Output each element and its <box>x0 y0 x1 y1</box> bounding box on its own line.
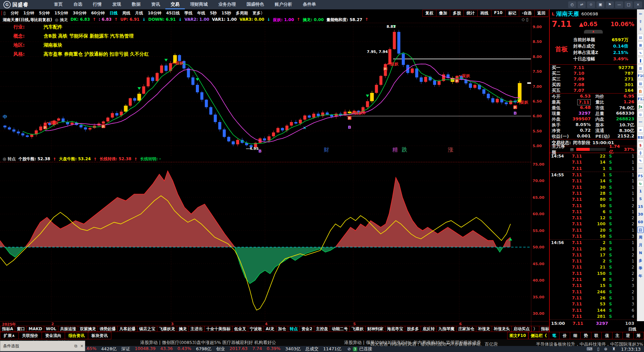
panel-tab-价[interactable]: 价 <box>559 332 570 339</box>
period-15秒[interactable]: 15秒 <box>219 10 233 16</box>
period-月线[interactable]: 月线 <box>132 10 145 16</box>
menu-item-交易[interactable]: 交易 <box>165 0 185 9</box>
back-icon[interactable]: ⇦ <box>637 11 644 17</box>
period-month[interactable]: 月 <box>637 242 644 248</box>
menu-item-条件单[interactable]: 条件单 <box>298 0 321 9</box>
indicator-tab-低金叉[interactable]: 低金叉 <box>232 326 248 332</box>
move-icon[interactable]: ╬ <box>637 150 644 156</box>
feature-icon[interactable]: ☆ <box>587 1 595 8</box>
indicator-tab-AI龙[interactable]: AI龙 <box>264 326 276 332</box>
period-1[interactable]: 1 <box>637 188 644 194</box>
indicator-tab-主进出[interactable]: 主进出 <box>189 326 205 332</box>
period-年线[interactable]: 年线 <box>195 10 208 16</box>
panel-tab-笔[interactable]: 笔 <box>549 332 559 339</box>
keyboard-icon[interactable]: ⌨ <box>587 347 592 351</box>
period-quarter[interactable]: 季 <box>637 265 644 272</box>
menu-item-账户分析[interactable]: 账户分析 <box>269 0 298 9</box>
period-day[interactable]: 日 <box>637 227 644 233</box>
indicator-tab-窗口[interactable]: 窗口 <box>15 326 27 332</box>
toolbtn-返回[interactable]: 返回 <box>534 10 548 17</box>
signal-icon[interactable]: ♜ <box>612 347 616 351</box>
collapse-button[interactable]: ∧ <box>584 30 603 34</box>
phone-icon[interactable]: ▯ <box>597 347 599 351</box>
popup-close-icon[interactable]: × <box>79 344 85 348</box>
network-icon[interactable]: ⊕ <box>604 347 607 351</box>
news-headline[interactable]: “四大名酒”掉队的西凤酒：借壳猜想搅动*ST步森股价异动、百亿营 <box>368 341 498 346</box>
menu-item-自选[interactable]: 自选 <box>68 0 88 9</box>
menu-item-发现[interactable]: 发现 <box>107 0 126 9</box>
indicator-tab-指标A[interactable]: 指标A <box>0 326 15 332</box>
f10-icon[interactable]: F10 <box>637 72 644 79</box>
indicator-tab-双紫擒龙[interactable]: 双紫擒龙 <box>78 326 98 332</box>
period-5[interactable]: 5 <box>637 196 644 202</box>
indicator-tab-强势起爆[interactable]: 强势起爆 <box>98 326 118 332</box>
settings-icon[interactable]: ⇌ <box>578 1 586 8</box>
period-multi[interactable]: 多 <box>637 257 644 264</box>
maximize-icon[interactable]: □ <box>625 1 633 8</box>
indicator-tab-补涨龙[interactable]: 补涨龙 <box>476 326 492 332</box>
period-多周期[interactable]: 多周期 <box>233 10 250 16</box>
period-week[interactable]: 周 <box>637 234 644 241</box>
toolbtn-画线[interactable]: 画线 <box>477 10 491 17</box>
news-icon[interactable]: ▥ <box>637 65 644 71</box>
indicator-tab-股多多[interactable]: 股多多 <box>405 326 421 332</box>
toolbtn-F10[interactable]: F10 <box>491 10 505 17</box>
period-60分钟[interactable]: 60分钟 <box>89 10 107 16</box>
tick-list[interactable]: 14:547.1122S17.1114S17.111S114:557.111S1… <box>550 153 637 319</box>
down-icon[interactable]: ⇩ <box>637 26 644 33</box>
popup-restore-icon[interactable]: ⧉ <box>73 344 79 348</box>
indicator-tab-资金2[interactable]: 资金2 <box>300 326 314 332</box>
menu-item-数据[interactable]: 数据 <box>126 0 146 9</box>
report-icon[interactable]: ▤ <box>637 34 644 40</box>
period-季线[interactable]: 季线 <box>182 10 195 16</box>
period-5分钟[interactable]: 5分钟 <box>37 10 52 16</box>
indicator-tab-凡客起爆[interactable]: 凡客起爆 <box>118 326 138 332</box>
indicator-tab-庄家加仓[interactable]: 庄家加仓 <box>457 326 476 332</box>
menu-item-首页[interactable]: 首页 <box>49 0 68 9</box>
panel-tab-势[interactable]: 势 <box>581 332 591 339</box>
bottom-tab-综合资讯[interactable]: 综合资讯 <box>65 332 88 339</box>
money-icon[interactable]: $ <box>637 142 644 148</box>
indicator-tab-动能二号[interactable]: 动能二号 <box>330 326 350 332</box>
menu-item-行情[interactable]: 行情 <box>88 0 107 9</box>
custom-icon[interactable]: 自 <box>637 88 644 94</box>
indicator-tab-主控盘[interactable]: 主控盘 <box>314 326 330 332</box>
wave-icon[interactable]: ≈ <box>637 126 644 133</box>
corner-button-图文F10[interactable]: 图文F10 <box>507 332 528 339</box>
bottom-tab-关联报价[interactable]: 关联报价 <box>19 332 42 339</box>
panel-tab-逆[interactable]: 逆 <box>623 332 633 339</box>
target-icon[interactable]: ◎ <box>637 111 644 117</box>
tree-icon[interactable]: ▧ <box>637 80 644 86</box>
bid-row[interactable]: 买一7.1192778 <box>550 65 637 70</box>
menu-item-理财商城[interactable]: 理财商城 <box>185 0 213 9</box>
menu-item-资讯[interactable]: 资讯 <box>146 0 165 9</box>
indicator-tab-〉[interactable]: 〉 <box>532 326 539 332</box>
period-30[interactable]: 30 <box>637 211 644 218</box>
bid-row[interactable]: 买四7.08301 <box>550 82 637 87</box>
indicator-tab-宁波敢[interactable]: 宁波敢 <box>248 326 264 332</box>
period-5秒[interactable]: 5秒 <box>208 10 219 16</box>
f5-icon[interactable]: F5 <box>637 173 644 179</box>
indicator-tab-转点[interactable]: 转点 <box>288 326 300 332</box>
period-周线[interactable]: 周线 <box>120 10 132 16</box>
period-60[interactable]: 60 <box>637 219 644 225</box>
bid-row[interactable]: 买二7.10787 <box>550 70 637 76</box>
panel-tab-值[interactable]: 值 <box>602 332 612 339</box>
indicator-tab-飞碟妖龙[interactable]: 飞碟妖龙 <box>157 326 177 332</box>
period-日线[interactable]: 日线 <box>107 10 120 16</box>
bottom-tab-资金流向[interactable]: 资金流向 <box>42 332 65 339</box>
indicator-tab-九指琴魔[interactable]: 九指琴魔 <box>437 326 457 332</box>
indicator-tab-海底寻宝[interactable]: 海底寻宝 <box>385 326 405 332</box>
up-icon[interactable]: ⇧ <box>637 18 644 25</box>
indicator-tab-共振追涨[interactable]: 共振追涨 <box>58 326 78 332</box>
bottom-tab-板块资讯[interactable]: 板块资讯 <box>88 332 111 339</box>
indicator-tab-镇店之宝[interactable]: 镇店之宝 <box>138 326 157 332</box>
period-year[interactable]: 年 <box>637 273 644 279</box>
stock-screener-popup[interactable]: 条件选股 ⧉× <box>0 341 85 351</box>
rsi-icon[interactable]: RSI <box>637 134 644 140</box>
flow-detail-icon[interactable]: ▤ <box>570 147 574 152</box>
toolbtn--自选[interactable]: -自选 <box>519 10 535 17</box>
period-10分钟[interactable]: 10分钟 <box>145 10 164 16</box>
refresh-icon[interactable]: ↻ <box>637 180 644 187</box>
panel-tab-主[interactable]: 主 <box>612 332 623 339</box>
